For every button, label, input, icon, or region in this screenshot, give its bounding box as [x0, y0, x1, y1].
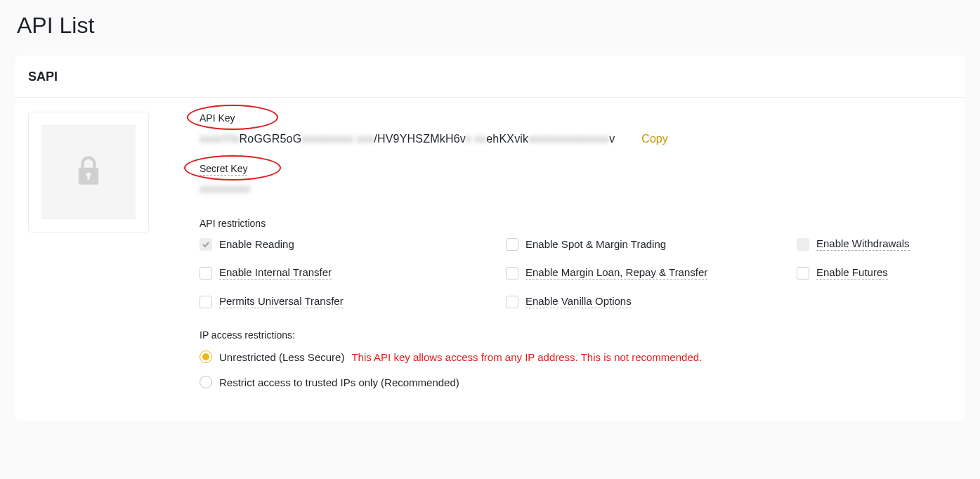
blur-segment: xxxxYIx [200, 133, 240, 145]
radio-label: Restrict access to trusted IPs only (Rec… [219, 376, 459, 388]
checkbox-enable-vanilla-options[interactable]: Enable Vanilla Options [506, 295, 797, 308]
checkbox-enable-reading[interactable]: Enable Reading [200, 237, 506, 251]
api-key-label: API Key [200, 112, 235, 124]
page-title: API List [0, 0, 980, 55]
api-key-label-wrap: API Key [200, 112, 235, 124]
api-key-value: xxxxYIxRoGGR5oGxxxxxxxxx xxx/HV9YHSZMkH6… [200, 133, 615, 145]
blur-segment: xxxxxxxxxxxxxx [528, 133, 609, 145]
checkbox-enable-margin-loan[interactable]: Enable Margin Loan, Repay & Transfer [506, 266, 797, 280]
checkbox-enable-withdrawals[interactable]: Enable Withdrawals [797, 237, 952, 251]
svg-rect-2 [88, 176, 90, 180]
qr-column [28, 112, 149, 401]
copy-button[interactable]: Copy [641, 133, 667, 145]
radio-unrestricted[interactable]: Unrestricted (Less Secure) This API key … [200, 350, 952, 363]
checkbox-enable-futures[interactable]: Enable Futures [797, 266, 952, 280]
checkbox-label: Enable Reading [219, 238, 294, 250]
checkbox-label: Permits Universal Transfer [219, 295, 344, 308]
qr-box [28, 112, 149, 232]
ip-restrictions-label: IP access restrictions: [200, 329, 952, 341]
checkbox-enable-spot-margin[interactable]: Enable Spot & Margin Trading [506, 237, 797, 251]
checkbox-icon [506, 296, 518, 308]
checkbox-label: Enable Margin Loan, Repay & Transfer [525, 266, 707, 280]
key-segment: ehKXvik [486, 133, 528, 145]
card-body: API Key xxxxYIxRoGGR5oGxxxxxxxxx xxx/HV9… [15, 98, 965, 421]
secret-key-label-wrap: Secret Key [200, 162, 247, 176]
blur-segment: x xx [466, 133, 486, 145]
key-segment: v [609, 133, 615, 145]
checkbox-icon [200, 238, 212, 251]
checkbox-label: Enable Spot & Margin Trading [525, 238, 666, 250]
radio-icon [200, 376, 212, 388]
blur-segment: xxxxxxxxx [200, 183, 250, 195]
blur-segment: xxxxxxxxx xxx [301, 133, 374, 145]
checkbox-icon [797, 267, 809, 280]
secret-key-value: xxxxxxxxx [200, 183, 952, 195]
card-header: SAPI [15, 55, 965, 98]
checkbox-icon [200, 296, 212, 308]
api-details: API Key xxxxYIxRoGGR5oGxxxxxxxxx xxx/HV9… [200, 112, 952, 401]
checkbox-icon [200, 267, 212, 280]
radio-icon [200, 350, 212, 363]
checkbox-label: Enable Internal Transfer [219, 266, 332, 280]
checkbox-enable-internal-transfer[interactable]: Enable Internal Transfer [200, 266, 506, 280]
api-card: SAPI API Key [15, 55, 965, 421]
checkbox-label: Enable Futures [816, 266, 888, 280]
radio-label: Unrestricted (Less Secure) [219, 351, 344, 363]
key-segment: /HV9YHSZMkH6v [374, 133, 466, 145]
radio-restricted[interactable]: Restrict access to trusted IPs only (Rec… [200, 376, 952, 388]
api-key-row: xxxxYIxRoGGR5oGxxxxxxxxx xxx/HV9YHSZMkH6… [200, 133, 952, 145]
ip-warning-text: This API key allows access from any IP a… [351, 351, 702, 363]
checkbox-label: Enable Withdrawals [816, 237, 910, 251]
checkbox-label: Enable Vanilla Options [525, 295, 632, 308]
checkbox-icon [506, 238, 518, 251]
checkbox-permits-universal-transfer[interactable]: Permits Universal Transfer [200, 295, 506, 308]
card-header-title: SAPI [28, 70, 952, 84]
qr-placeholder [41, 125, 136, 219]
restrictions-label: API restrictions [200, 218, 952, 229]
checkbox-icon [506, 267, 518, 280]
lock-icon [77, 155, 100, 190]
checkbox-icon [797, 238, 809, 251]
secret-key-label: Secret Key [200, 163, 247, 176]
key-segment: RoGGR5oG [240, 133, 302, 145]
restrictions-grid: Enable Reading Enable Spot & Margin Trad… [200, 237, 952, 308]
